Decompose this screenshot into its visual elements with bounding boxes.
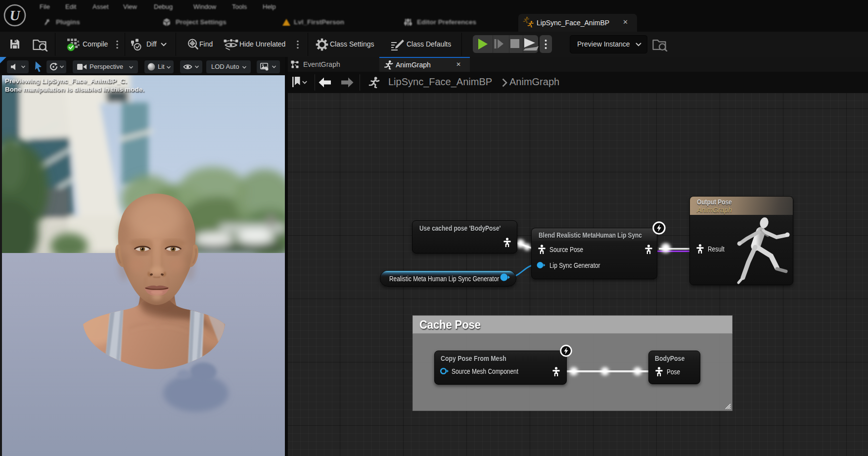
- svg-text:U: U: [10, 7, 21, 23]
